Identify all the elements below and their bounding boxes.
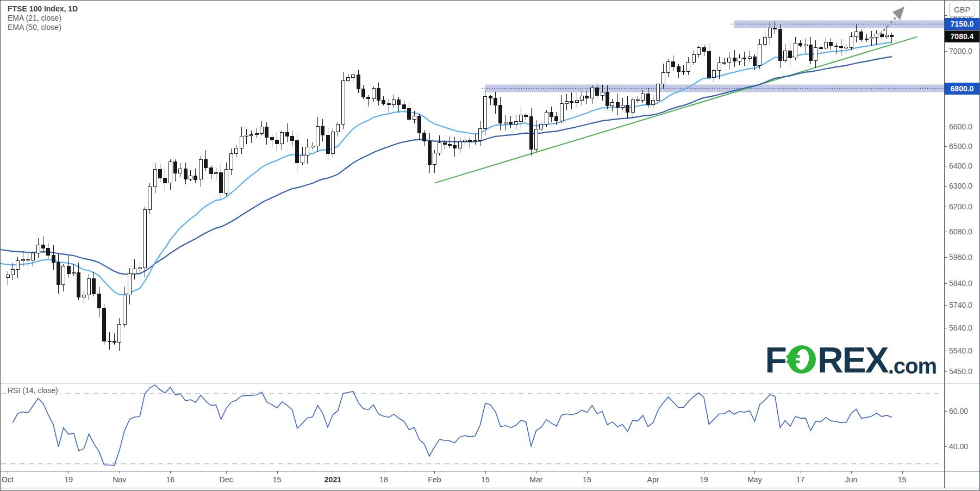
price-tick-label: 6600.0 [949,122,972,131]
forex-o-logo-icon [787,344,817,376]
time-tick-label: 15 [898,471,907,488]
time-tick-label: Nov [113,471,126,488]
time-tick-label: 2021 [324,471,341,488]
chart-canvas[interactable] [0,0,980,491]
time-tick-label: 17 [796,471,805,488]
time-tick-label: Feb [428,471,441,488]
time-tick-label: 19 [700,471,708,488]
time-tick-label: Dec [220,471,233,488]
price-marker-label: 7150.0 [945,18,979,30]
price-tick-label: 5540.0 [949,346,972,355]
time-tick-label: 15 [481,471,490,488]
time-tick-label: 19 [64,471,73,488]
price-tick-label: 6400.0 [949,161,972,170]
price-tick-label: 6200.0 [949,202,972,211]
time-tick-label: Mar [529,471,542,488]
trendline[interactable] [434,37,917,183]
chart-frame [0,0,980,491]
price-tick-label: 7000.0 [949,47,972,55]
rsi-tick-label: 40.00 [949,442,968,451]
time-tick-label: Jun [845,471,858,488]
ema21-legend-label: EMA (21, close) [8,14,78,23]
time-axis[interactable]: Oct19Nov16Dec15202118Feb15Mar15Apr19May1… [0,471,944,488]
time-tick-label: May [747,471,761,488]
time-tick-label: Apr [647,471,659,488]
watermark-text-com: .com [888,354,937,381]
candlestick-series[interactable] [6,21,894,351]
forex-com-watermark: F REX .com [741,339,937,381]
price-axis[interactable]: GBP 7200.07000.06600.06500.06400.06300.0… [944,0,980,491]
trading-chart-window: FTSE 100 Index, 1D EMA (21, close) EMA (… [0,0,980,491]
rsi-line[interactable] [13,385,892,465]
rsi-tick-label: 60.00 [949,407,968,415]
rsi-legend-label: RSI (14, close) [8,386,60,395]
trend-arrow-icon[interactable] [881,7,904,34]
price-marker-label: 6800.0 [945,83,979,95]
ema21-line[interactable] [0,42,892,295]
price-tick-label: 5840.0 [949,279,972,288]
time-tick-label: 18 [379,471,388,488]
price-marker-label: 7080.4 [945,30,979,42]
price-tick-label: 6300.0 [949,182,972,190]
time-tick-label: 15 [583,471,591,488]
price-tick-label: 5740.0 [949,301,972,309]
watermark-text-f: F [765,342,786,378]
chart-legend: FTSE 100 Index, 1D EMA (21, close) EMA (… [8,4,78,32]
price-tick-label: 5960.0 [949,253,972,262]
currency-badge[interactable]: GBP [949,3,975,17]
ema50-legend-label: EMA (50, close) [8,23,78,32]
symbol-title: FTSE 100 Index, 1D [8,4,78,14]
time-tick-label: 15 [273,471,282,488]
price-tick-label: 6500.0 [949,142,972,151]
time-tick-label: Oct [2,471,14,488]
price-tick-label: 5640.0 [949,324,972,332]
time-tick-label: 16 [166,471,174,488]
price-tick-label: 5450.0 [949,367,972,376]
price-tick-label: 6080.0 [949,227,972,236]
watermark-text-rex: REX [817,342,888,378]
